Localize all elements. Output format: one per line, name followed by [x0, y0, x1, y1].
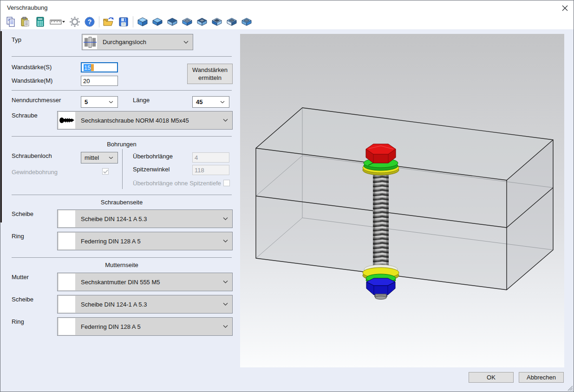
- view-tray-5-button[interactable]: [240, 15, 253, 28]
- copy-button[interactable]: [4, 15, 17, 28]
- divider: [12, 90, 232, 91]
- chevron-down-icon: [223, 303, 228, 306]
- bolt-thread-shaft: [373, 171, 389, 272]
- calculator-button[interactable]: [34, 15, 47, 28]
- screw-icon: [59, 112, 75, 129]
- bolted-connection-3d-model: [240, 34, 564, 367]
- schraubenloch-label: Schraubenloch: [12, 152, 52, 159]
- mutter-label: Mutter: [12, 274, 29, 281]
- wandstaerke-s-input[interactable]: 15: [81, 62, 118, 72]
- laenge-select[interactable]: 45: [192, 96, 229, 108]
- window-title: Verschraubung: [7, 4, 47, 11]
- gewindebohrung-checkbox: [102, 168, 109, 175]
- chevron-down-icon: [109, 101, 113, 104]
- titlebar[interactable]: Verschraubung: [0, 0, 574, 14]
- washer-icon: [59, 210, 75, 227]
- view-solid-button[interactable]: [136, 15, 149, 28]
- typ-select[interactable]: Durchgangsloch: [82, 34, 193, 50]
- divider: [12, 195, 232, 195]
- measure-ruler-icon: [50, 16, 65, 27]
- mutternseite-title: Mutternseite: [12, 261, 232, 268]
- bolt-tip-end: [375, 294, 386, 300]
- close-button[interactable]: [561, 4, 569, 12]
- scheibe-mutternseite-label: Scheibe: [12, 296, 33, 303]
- spitzenwinkel-label: Spitzenwinkel: [133, 166, 170, 173]
- wandstaerke-m-input[interactable]: 20: [81, 76, 118, 86]
- divider: [12, 136, 232, 137]
- view-tray-4-icon: [226, 17, 238, 26]
- bolt-head: [366, 144, 396, 163]
- scheibe-mutternseite-select[interactable]: Scheibe DIN 124-1 A 5.3: [57, 295, 233, 314]
- ring-mutternseite-label: Ring: [12, 318, 24, 325]
- divider: [122, 149, 123, 189]
- spring-ring-icon: [59, 318, 75, 335]
- text-caret: [91, 64, 94, 71]
- wandstaerke-m-label: Wandstärke(M): [12, 77, 52, 84]
- ring-select[interactable]: Federring DIN 128 A 5: [57, 232, 233, 250]
- chevron-down-icon: [223, 281, 228, 284]
- schraubenseite-title: Schraubenseite: [12, 199, 232, 206]
- divider: [12, 257, 232, 258]
- dialog-verschraubung: Verschraubung: [0, 0, 574, 392]
- spitzenwinkel-input: 118: [192, 165, 229, 175]
- open-file-button[interactable]: [102, 15, 115, 28]
- view-hidden-top-icon: [166, 17, 178, 26]
- paste-icon: [20, 16, 31, 27]
- toolbar: ?: [0, 14, 574, 30]
- gewindebohrung-label: Gewindebohrung: [12, 169, 58, 176]
- scheibe-select[interactable]: Scheibe DIN 124-1 A 5.3: [57, 209, 233, 228]
- view-tray-1-icon: [181, 17, 193, 26]
- selected-text: 15: [84, 64, 91, 71]
- view-shaded-button[interactable]: [151, 15, 164, 28]
- laenge-label: Länge: [133, 97, 150, 104]
- schraube-label: Schraube: [12, 112, 38, 119]
- chevron-down-icon: [223, 217, 228, 221]
- calculator-icon: [35, 16, 46, 27]
- dialog-body: Typ Durchgangsloch Wandstärke(S) 15 Wand…: [0, 29, 574, 392]
- chevron-down-icon: [62, 21, 65, 23]
- chevron-down-icon: [109, 157, 113, 159]
- chevron-down-icon: [223, 119, 228, 122]
- settings-gear-icon: [69, 16, 80, 27]
- settings-button[interactable]: [68, 15, 81, 28]
- save-button[interactable]: [117, 15, 130, 28]
- resize-grip[interactable]: [567, 385, 573, 391]
- help-icon: ?: [84, 16, 95, 27]
- toolbar-separator: [99, 16, 99, 27]
- wandstaerken-ermitteln-button[interactable]: Wandstärken ermitteln: [187, 64, 233, 84]
- mutter-select[interactable]: Sechskantmutter DIN 555 M5: [57, 273, 233, 291]
- view-hidden-top-button[interactable]: [166, 15, 179, 28]
- hex-nut: [366, 278, 395, 295]
- view-solid-icon: [137, 17, 149, 27]
- chevron-down-icon: [223, 325, 228, 328]
- ohne-spitzentiefe-checkbox: [223, 180, 230, 186]
- nenndurchmesser-select[interactable]: 5: [81, 96, 118, 108]
- through-hole-icon: [83, 35, 97, 49]
- view-tray-4-button[interactable]: [225, 15, 238, 28]
- open-file-icon: [103, 16, 115, 27]
- ok-button[interactable]: OK: [469, 372, 514, 383]
- typ-value: Durchgangsloch: [103, 39, 146, 46]
- view-tray-5-icon: [241, 17, 253, 26]
- input-text: 20: [83, 78, 90, 85]
- schraubenloch-select[interactable]: mittel: [81, 152, 118, 163]
- washer-icon: [59, 296, 75, 313]
- chevron-down-icon: [223, 240, 228, 243]
- view-tray-1-button[interactable]: [181, 15, 194, 28]
- help-button[interactable]: ?: [83, 15, 96, 28]
- schraube-select[interactable]: Sechskantschraube NORM 4018 M5x45: [57, 111, 233, 130]
- scheibe-label: Scheibe: [12, 210, 33, 217]
- paste-button[interactable]: [19, 15, 32, 28]
- ueberbohrlaenge-label: Überbohrlänge: [133, 153, 173, 160]
- ueberbohrlaenge-input: 4: [192, 152, 229, 163]
- measure-button[interactable]: [49, 15, 66, 28]
- 3d-preview-viewport[interactable]: [240, 34, 564, 367]
- view-tray-3-button[interactable]: [210, 15, 223, 28]
- ring-mutternseite-select[interactable]: Federring DIN 128 A 5: [57, 317, 233, 336]
- typ-label: Typ: [12, 36, 21, 43]
- divider: [12, 56, 232, 57]
- cancel-button[interactable]: Abbrechen: [519, 372, 564, 383]
- view-tray-2-button[interactable]: [196, 15, 209, 28]
- save-icon: [118, 16, 129, 27]
- toolbar-separator: [133, 16, 133, 27]
